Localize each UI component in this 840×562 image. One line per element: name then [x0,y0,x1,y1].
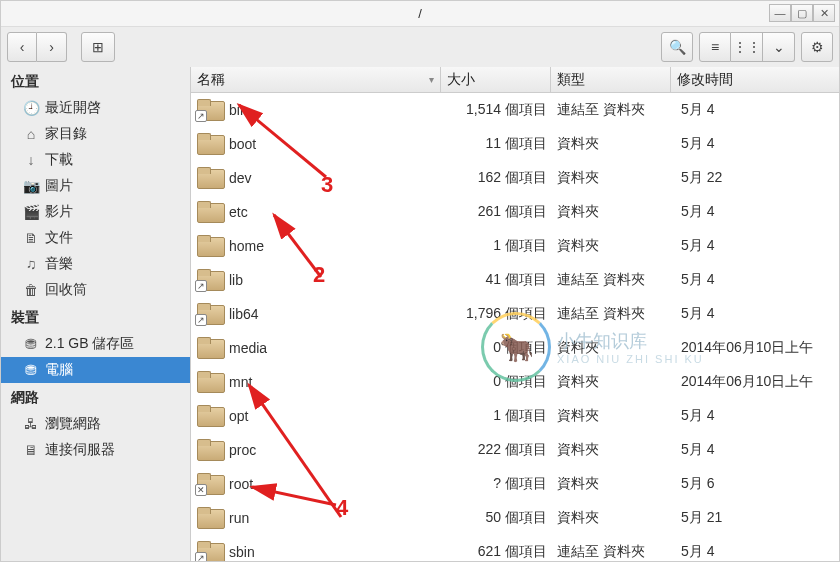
file-row[interactable]: home1個項目資料夾5月 4 [191,229,839,263]
sidebar-item-label: 回收筒 [45,281,87,299]
sidebar-item[interactable]: ♫音樂 [1,251,190,277]
file-row[interactable]: etc261個項目資料夾5月 4 [191,195,839,229]
sidebar-item-icon: 🖧 [23,416,39,432]
close-button[interactable]: ✕ [813,4,835,22]
file-row[interactable]: ↗sbin621個項目連結至 資料夾5月 4 [191,535,839,561]
toolbar: ‹ › ⊞ 🔍 ≡ ⋮⋮ ⌄ ⚙ [1,27,839,67]
sidebar-item[interactable]: 📷圖片 [1,173,190,199]
sort-indicator-icon: ▾ [429,74,434,85]
column-name[interactable]: 名稱▾ [191,67,441,92]
file-name: proc [229,442,256,458]
sidebar-item-icon: 🗑 [23,282,39,298]
file-size-unit: 個項目 [505,135,551,153]
file-row[interactable]: boot11個項目資料夾5月 4 [191,127,839,161]
file-row[interactable]: ✕root?個項目資料夾5月 6 [191,467,839,501]
chevron-down-icon: ⌄ [773,39,785,55]
file-size: 0 [441,339,505,357]
file-row[interactable]: run50個項目資料夾5月 21 [191,501,839,535]
file-row[interactable]: ↗bin1,514個項目連結至 資料夾5月 4 [191,93,839,127]
file-modified: 5月 4 [671,271,839,289]
file-name: lib64 [229,306,259,322]
sidebar-item[interactable]: ⛃電腦 [1,357,190,383]
sidebar-item-label: 瀏覽網路 [45,415,101,433]
file-size: 50 [441,509,505,527]
column-size[interactable]: 大小 [441,67,551,92]
file-size-unit: 個項目 [505,441,551,459]
settings-button[interactable]: ⚙ [801,32,833,62]
sidebar-item-label: 圖片 [45,177,73,195]
sidebar-item-label: 連接伺服器 [45,441,115,459]
titlebar[interactable]: / — ▢ ✕ [1,1,839,27]
folder-icon: ✕ [197,473,225,495]
sidebar-item-label: 文件 [45,229,73,247]
sidebar-item[interactable]: 🗑回收筒 [1,277,190,303]
minimize-button[interactable]: — [769,4,791,22]
file-modified: 5月 4 [671,543,839,561]
file-size: 222 [441,441,505,459]
view-list-button[interactable]: ≡ [699,32,731,62]
sidebar-item[interactable]: ↓下載 [1,147,190,173]
view-dropdown-button[interactable]: ⌄ [763,32,795,62]
file-size: 11 [441,135,505,153]
file-name: sbin [229,544,255,560]
sidebar-item[interactable]: 🖥連接伺服器 [1,437,190,463]
column-modified[interactable]: 修改時間 [671,67,839,92]
file-modified: 2014年06月10日上午 [671,373,839,391]
file-name: dev [229,170,252,186]
view-grid-button[interactable]: ⋮⋮ [731,32,763,62]
folder-icon [197,439,225,461]
grid-icon: ⋮⋮ [733,39,761,55]
file-size-unit: 個項目 [505,475,551,493]
folder-icon: ↗ [197,99,225,121]
file-modified: 5月 4 [671,407,839,425]
folder-icon [197,167,225,189]
file-row[interactable]: mnt0個項目資料夾2014年06月10日上午 [191,365,839,399]
file-type: 資料夾 [551,373,671,391]
file-row[interactable]: media0個項目資料夾2014年06月10日上午 [191,331,839,365]
maximize-button[interactable]: ▢ [791,4,813,22]
file-name: run [229,510,249,526]
file-type: 資料夾 [551,135,671,153]
file-row[interactable]: proc222個項目資料夾5月 4 [191,433,839,467]
sidebar-item[interactable]: ⛃2.1 GB 儲存區 [1,331,190,357]
file-row[interactable]: dev162個項目資料夾5月 22 [191,161,839,195]
column-type[interactable]: 類型 [551,67,671,92]
file-type: 連結至 資料夾 [551,271,671,289]
sidebar-item[interactable]: 🖧瀏覽網路 [1,411,190,437]
file-size: 162 [441,169,505,187]
sidebar-item[interactable]: ⌂家目錄 [1,121,190,147]
sidebar-item-label: 影片 [45,203,73,221]
folder-icon [197,405,225,427]
file-row[interactable]: ↗lib641,796個項目連結至 資料夾5月 4 [191,297,839,331]
sidebar-item[interactable]: 🕘最近開啓 [1,95,190,121]
search-button[interactable]: 🔍 [661,32,693,62]
sidebar-item-icon: 🎬 [23,204,39,220]
file-size-unit: 個項目 [505,509,551,527]
file-row[interactable]: ↗lib41個項目連結至 資料夾5月 4 [191,263,839,297]
file-modified: 5月 4 [671,203,839,221]
file-size: 41 [441,271,505,289]
file-size-unit: 個項目 [505,305,551,323]
back-button[interactable]: ‹ [7,32,37,62]
file-type: 資料夾 [551,203,671,221]
file-size-unit: 個項目 [505,271,551,289]
folder-icon [197,201,225,223]
file-size-unit: 個項目 [505,407,551,425]
forward-button[interactable]: › [37,32,67,62]
sidebar-item[interactable]: 🎬影片 [1,199,190,225]
file-row[interactable]: opt1個項目資料夾5月 4 [191,399,839,433]
sidebar-item[interactable]: 🗎文件 [1,225,190,251]
file-name: opt [229,408,248,424]
folder-icon [197,371,225,393]
file-modified: 5月 21 [671,509,839,527]
file-list-pane: 名稱▾ 大小 類型 修改時間 ↗bin1,514個項目連結至 資料夾5月 4bo… [191,67,839,561]
path-button[interactable]: ⊞ [81,32,115,62]
file-name: mnt [229,374,252,390]
file-modified: 5月 4 [671,441,839,459]
sidebar-item-icon: ♫ [23,256,39,272]
file-size: 1,514 [441,101,505,119]
sidebar-item-icon: ⌂ [23,126,39,142]
file-size: 1,796 [441,305,505,323]
file-size-unit: 個項目 [505,543,551,561]
sidebar-item-label: 音樂 [45,255,73,273]
